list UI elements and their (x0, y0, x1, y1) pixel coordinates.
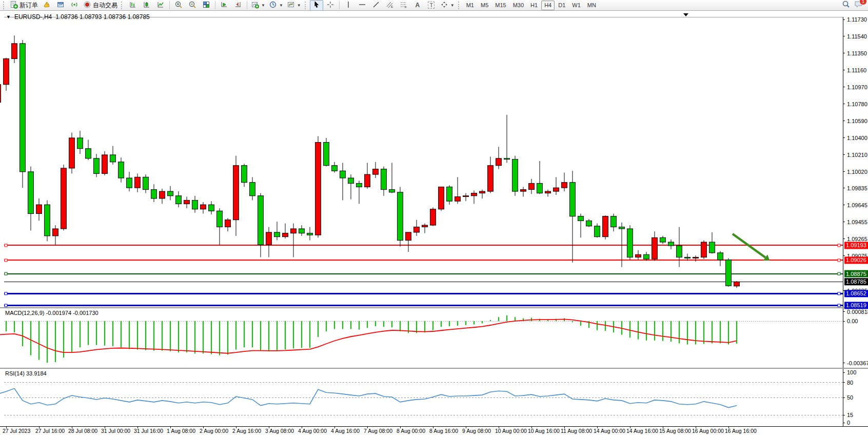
macd-histogram-bar (55, 321, 56, 362)
arrows-button[interactable]: ▼ (439, 0, 456, 11)
candle-down (660, 237, 666, 242)
macd-histogram-bar (605, 321, 606, 331)
signals-button[interactable] (68, 0, 81, 11)
line-handle[interactable] (5, 244, 7, 247)
candle-down (685, 257, 691, 259)
timeframe-h4-button[interactable]: H4 (541, 1, 555, 10)
candle-down (611, 216, 617, 227)
fibonacci-button[interactable]: F (397, 0, 410, 11)
line-handle[interactable] (838, 304, 840, 307)
line-handle[interactable] (838, 292, 840, 295)
timeframe-m1-button[interactable]: M1 (463, 1, 477, 10)
candle-up (102, 155, 108, 173)
line-chart-button[interactable] (154, 0, 167, 11)
vertical-line-button[interactable] (342, 0, 355, 11)
toolbar-grip[interactable] (305, 2, 308, 9)
chart-canvas[interactable]: 1.117301.115401.113501.111601.109701.107… (0, 11, 868, 437)
candle-down (258, 196, 264, 245)
line-handle[interactable] (5, 259, 7, 262)
line-handle[interactable] (838, 272, 840, 275)
indicators-button[interactable]: ▼ (249, 0, 267, 11)
toolbar-grip[interactable] (458, 2, 461, 9)
price-axis-tick: 1.10590 (847, 118, 867, 124)
text-button[interactable]: A (411, 0, 424, 11)
horizontal-line-button[interactable] (356, 0, 369, 11)
macd-histogram-bar (457, 321, 458, 326)
auto-scroll-icon (220, 1, 228, 10)
candle-down (299, 229, 305, 233)
candle-up (4, 58, 9, 84)
periods-icon (269, 1, 277, 10)
timeframe-mn-button[interactable]: MN (584, 1, 599, 10)
line-handle[interactable] (5, 272, 7, 275)
chart-shift-marker[interactable] (683, 13, 688, 16)
macd-histogram-bar (424, 321, 425, 332)
tile-windows-icon (202, 1, 210, 10)
time-axis-label: 16 Aug 16:00 (725, 428, 757, 434)
notifications-button[interactable]: 1 (854, 0, 863, 10)
zoom-out-button[interactable] (186, 0, 199, 11)
timeframe-d1-button[interactable]: D1 (555, 1, 568, 10)
candle-down (619, 227, 625, 229)
timeframe-m15-button[interactable]: M15 (492, 1, 509, 10)
zoom-in-button[interactable] (172, 0, 185, 11)
candle-down (677, 246, 682, 257)
macd-histogram-bar (112, 321, 113, 346)
chevron-down-icon: ▼ (279, 3, 283, 8)
macd-histogram-bar (687, 321, 688, 345)
candle-down (709, 242, 715, 253)
macd-histogram-bar (301, 321, 302, 348)
macd-histogram-bar (383, 321, 384, 327)
candle-down (119, 162, 124, 178)
bar-chart-button[interactable] (126, 0, 140, 11)
navigator-icon (56, 1, 65, 10)
equidistant-channel-button[interactable]: E (383, 0, 397, 11)
new-order-button[interactable]: 新订单 (8, 0, 40, 11)
trendline-button[interactable] (369, 0, 383, 11)
macd-histogram-bar (334, 321, 335, 329)
candle-up (554, 188, 559, 191)
search-button[interactable] (842, 0, 850, 10)
toolbar-grip[interactable] (3, 2, 6, 9)
time-axis-label: 10 Aug 00:00 (495, 428, 527, 434)
timeframe-m5-button[interactable]: M5 (478, 1, 491, 10)
tile-windows-button[interactable] (200, 0, 213, 11)
auto-trading-button[interactable]: 自动交易 (82, 0, 119, 11)
equidistant-channel-icon: E (386, 1, 394, 10)
timeframe-h1-button[interactable]: H1 (527, 1, 541, 10)
line-handle[interactable] (838, 244, 840, 247)
macd-histogram-bar (646, 321, 647, 341)
navigator-button[interactable] (54, 0, 67, 11)
line-handle[interactable] (5, 292, 7, 295)
candlestick-chart-button[interactable] (140, 0, 153, 11)
chart-window[interactable]: 1.117301.115401.113501.111601.109701.107… (0, 11, 868, 437)
zoom-in-icon (174, 1, 183, 10)
market-watch-button[interactable] (40, 0, 53, 11)
candle-down (192, 200, 198, 209)
candle-down (381, 169, 387, 190)
line-handle[interactable] (5, 304, 7, 307)
templates-button[interactable]: ▼ (285, 0, 303, 11)
line-handle[interactable] (838, 259, 840, 262)
price-axis-tick: 1.10400 (847, 135, 867, 141)
macd-histogram-bar (720, 321, 721, 343)
indicators-icon (251, 1, 259, 10)
candle-down (217, 211, 223, 227)
macd-histogram-bar (6, 321, 7, 331)
timeframe-m30-button[interactable]: M30 (510, 1, 527, 10)
symbol-dropdown-icon[interactable]: ▼ (6, 14, 11, 19)
toolbar-grip[interactable] (121, 2, 124, 9)
chart-shift-button[interactable] (231, 0, 245, 11)
candle-down (77, 138, 83, 149)
candle-up (12, 44, 17, 59)
macd-histogram-bar (30, 321, 31, 355)
text-label-button[interactable]: T (425, 0, 438, 11)
auto-scroll-button[interactable] (218, 0, 231, 11)
cursor-button[interactable] (310, 0, 323, 11)
periods-button[interactable]: ▼ (267, 0, 285, 11)
timeframe-w1-button[interactable]: W1 (569, 1, 584, 10)
macd-histogram-bar (227, 321, 228, 355)
crosshair-button[interactable] (324, 0, 337, 11)
macd-axis-tick: -0.003677 (847, 360, 868, 366)
price-axis-tick: 1.11350 (847, 50, 867, 56)
